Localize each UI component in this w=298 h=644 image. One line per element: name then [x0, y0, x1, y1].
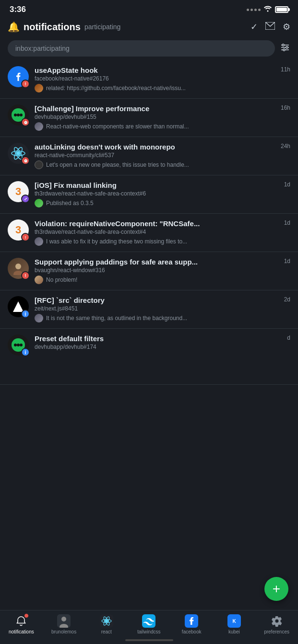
notif-repo-6: bvaughn/react-window#316	[35, 267, 290, 274]
notif-preview-row-1: related: https://github.com/facebook/rea…	[35, 84, 290, 92]
tab-tailwindcss[interactable]: tailwindcss	[134, 614, 163, 634]
notif-content-1: useAppState hook 11h facebook/react-nati…	[35, 66, 290, 92]
notif-time-7: 2d	[284, 296, 290, 303]
check-icon[interactable]: ✓	[250, 22, 258, 32]
svg-point-23	[61, 617, 66, 621]
badge-5: !	[21, 233, 30, 242]
tab-preferences[interactable]: preferences	[262, 614, 291, 634]
fab-button[interactable]: +	[264, 577, 288, 601]
tab-react-icon	[100, 614, 113, 628]
notifications-list: ! useAppState hook 11h facebook/react-na…	[0, 60, 298, 385]
notif-item-5[interactable]: 3 ! Violation: requireNativeComponent: "…	[0, 214, 298, 252]
notif-item-8[interactable]: i Preset default filters d devhubapp/dev…	[0, 329, 298, 385]
tab-notifications-label: notifications	[9, 629, 34, 634]
notif-content-6: Support applying paddings for safe area …	[35, 258, 290, 284]
preview-avatar-4	[35, 199, 43, 207]
tab-react-label: react	[101, 629, 112, 634]
notif-repo-4: th3rdwave/react-native-safe-area-context…	[35, 190, 290, 197]
wifi-icon	[263, 5, 272, 14]
badge-8: i	[21, 348, 30, 356]
notif-time-2: 16h	[281, 104, 290, 111]
header-subtitle: participating	[84, 23, 250, 31]
badge-6: !	[21, 271, 30, 280]
svg-point-10	[17, 114, 20, 116]
svg-point-6	[283, 49, 285, 51]
tab-kubei-icon: K	[227, 614, 241, 628]
tab-preferences-icon	[270, 614, 284, 628]
avatar-wrapper-7: i	[8, 296, 29, 317]
notif-item-6[interactable]: ! Support applying paddings for safe are…	[0, 252, 298, 290]
notif-item-2[interactable]: ⏰ [Challenge] Improve performance 16h de…	[0, 99, 298, 137]
notif-header-row-1: useAppState hook 11h	[35, 66, 290, 74]
notif-preview-4: Published as 0.3.5	[46, 200, 290, 207]
preview-avatar-3	[35, 161, 43, 169]
search-input-wrapper[interactable]: inbox:participating	[8, 40, 275, 57]
signal-icon	[247, 9, 261, 11]
search-bar: inbox:participating	[8, 40, 290, 57]
notif-item-4[interactable]: 3 ⤢ [iOS] Fix manual linking 1d th3rdwav…	[0, 175, 298, 214]
notif-content-3: autoLinking doesn't work with monorepo 2…	[35, 143, 290, 169]
notif-title-8: Preset default filters	[35, 334, 283, 343]
notif-repo-1: facebook/react-native#26176	[35, 75, 290, 82]
badge-2: ⏰	[21, 118, 30, 126]
svg-point-21	[17, 344, 20, 346]
svg-text:K: K	[232, 619, 236, 624]
status-time: 3:36	[10, 5, 26, 14]
tab-facebook[interactable]: facebook	[177, 614, 206, 634]
tab-brunolemos[interactable]: brunolemos	[49, 614, 78, 634]
search-input[interactable]: inbox:participating	[15, 45, 70, 52]
tab-notifications[interactable]: notifications	[7, 614, 36, 634]
notif-preview-6: No problem!	[46, 276, 290, 283]
notif-title-2: [Challenge] Improve performance	[35, 104, 277, 113]
scroll-indicator	[125, 639, 173, 641]
notif-time-5: 1d	[284, 219, 290, 226]
avatar-wrapper-1: !	[8, 66, 29, 87]
svg-point-20	[20, 344, 23, 346]
notif-title-6: Support applying paddings for safe area …	[35, 258, 280, 266]
tab-react[interactable]: react	[92, 614, 121, 634]
preview-avatar-2	[35, 122, 43, 131]
badge-1: !	[21, 80, 30, 88]
svg-point-19	[14, 344, 17, 346]
status-bar: 3:36	[0, 0, 298, 17]
preview-avatar-5	[35, 237, 43, 246]
avatar-wrapper-8: i	[8, 334, 29, 356]
notif-time-1: 11h	[281, 66, 290, 73]
mail-icon[interactable]	[265, 22, 275, 32]
notif-time-4: 1d	[284, 181, 290, 188]
notif-repo-5: th3rdwave/react-native-safe-area-context…	[35, 229, 290, 235]
notif-title-7: [RFC] `src` directory	[35, 296, 280, 304]
tab-brunolemos-label: brunolemos	[51, 629, 76, 634]
tab-tailwindcss-icon	[142, 614, 155, 628]
notif-title-1: useAppState hook	[35, 66, 277, 74]
notif-repo-8: devhubapp/devhub#174	[35, 344, 290, 350]
notif-item-3[interactable]: ⏰ autoLinking doesn't work with monorepo…	[0, 137, 298, 175]
tab-facebook-label: facebook	[182, 629, 202, 634]
notif-content-5: Violation: requireNativeComponent: "RNCS…	[35, 219, 290, 246]
avatar-wrapper-5: 3 !	[8, 219, 29, 241]
preview-avatar-6	[35, 276, 43, 284]
settings-icon[interactable]: ⚙	[283, 22, 290, 32]
notif-content-7: [RFC] `src` directory 2d zeit/next.js#84…	[35, 296, 290, 322]
preview-avatar-7	[35, 314, 43, 322]
avatar-wrapper-6: !	[8, 258, 29, 279]
preview-avatar-1	[35, 84, 43, 92]
svg-point-8	[14, 114, 17, 116]
svg-point-15	[15, 264, 21, 269]
header-title: notifications	[24, 22, 81, 33]
notif-time-3: 24h	[281, 143, 290, 150]
notif-content-8: Preset default filters d devhubapp/devhu…	[35, 334, 290, 350]
notif-time-8: d	[287, 334, 290, 341]
notif-item-7[interactable]: i [RFC] `src` directory 2d zeit/next.js#…	[0, 290, 298, 329]
notif-content-4: [iOS] Fix manual linking 1d th3rdwave/re…	[35, 181, 290, 207]
filter-icon[interactable]	[280, 42, 290, 55]
bell-icon: 🔔	[8, 21, 20, 33]
notif-repo-2: devhubapp/devhub#155	[35, 114, 290, 120]
notif-preview-2: React-native-web components are slower t…	[46, 123, 290, 130]
tab-kubei[interactable]: K kubei	[220, 614, 249, 634]
notif-repo-3: react-native-community/cli#537	[35, 152, 290, 159]
notif-preview-1: related: https://github.com/facebook/rea…	[46, 85, 290, 92]
badge-4: ⤢	[21, 195, 30, 203]
notif-time-6: 1d	[284, 258, 290, 264]
notif-item-1[interactable]: ! useAppState hook 11h facebook/react-na…	[0, 60, 298, 99]
